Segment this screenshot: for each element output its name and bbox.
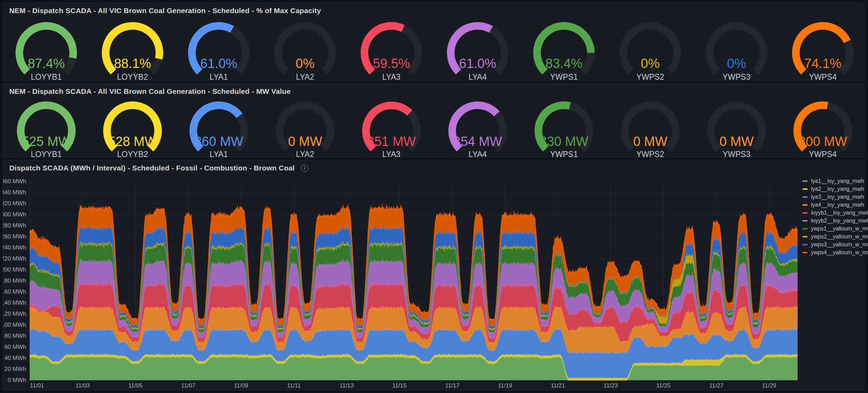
gauge-value: 61.0% — [200, 56, 237, 71]
gauge-value: 0 MW — [288, 134, 322, 149]
gauge-value: 0% — [296, 56, 315, 71]
legend-swatch — [802, 252, 808, 253]
gauge-lya2: 0%LYA2 — [262, 16, 348, 82]
gauge-label: LOYYB2 — [117, 150, 148, 159]
gauge-label: LYA3 — [382, 72, 401, 81]
legend-label: loyyb2__loy_yang_mwh — [811, 218, 868, 224]
legend-item-lya3__loy_yang_mwh[interactable]: lya3__loy_yang_mwh — [802, 193, 868, 201]
mw-gauge-row: 525 MWLOYYB1528 MWLOYYB2360 MWLYA10 MWLY… — [3, 96, 864, 160]
gauge-value: 354 MW — [453, 134, 502, 149]
gauge-label: LOYYB2 — [117, 72, 148, 81]
gauge-lya3: 59.5%LYA3 — [348, 16, 435, 82]
panel-mw-title[interactable]: NEM - Dispatch SCADA - All VIC Brown Coa… — [3, 84, 864, 96]
gauge-label: LOYYB1 — [31, 150, 62, 159]
gauge-value: 61.0% — [459, 56, 496, 71]
legend-label: lya3__loy_yang_mwh — [811, 194, 864, 200]
legend-swatch — [802, 236, 808, 237]
gauge-label: YWPS4 — [809, 150, 837, 159]
gauge-value: 0% — [727, 56, 746, 71]
panel-capacity-title[interactable]: NEM - Dispatch SCADA - All VIC Brown Coa… — [3, 3, 864, 15]
panel-chart-title-text: Dispatch SCADA (MWh / Interval) - Schedu… — [9, 164, 295, 172]
legend-swatch — [802, 220, 808, 222]
panel-timeseries: Dispatch SCADA (MWh / Interval) - Schedu… — [3, 160, 865, 390]
legend-swatch — [802, 212, 808, 214]
gauge-label: LOYYB1 — [31, 72, 62, 81]
legend-swatch — [802, 228, 808, 229]
panel-mw-gauges: NEM - Dispatch SCADA - All VIC Brown Coa… — [3, 83, 865, 157]
gauge-loyyb2: 88.1%LOYYB2 — [89, 16, 176, 82]
gauge-ywps2: 0%YWPS2 — [607, 16, 693, 82]
gauge-value: 0 MW — [719, 134, 753, 149]
legend-item-loyyb2__loy_yang_mwh[interactable]: loyyb2__loy_yang_mwh — [802, 217, 868, 225]
legend-label: lya2__loy_yang_mwh — [811, 186, 864, 192]
legend-item-ywps1__yallourn_w_mwh[interactable]: ywps1__yallourn_w_mwh — [802, 225, 868, 233]
gauge-value: 88.1% — [114, 56, 151, 71]
gauge-label: LYA3 — [382, 150, 401, 159]
gauge-label: LYA1 — [210, 72, 228, 81]
chart-legend: lya1__loy_yang_mwhlya2__loy_yang_mwhlya3… — [802, 177, 868, 256]
legend-item-ywps2__yallourn_w_mwh[interactable]: ywps2__yallourn_w_mwh — [802, 233, 868, 240]
gauge-label: LYA4 — [469, 72, 487, 81]
legend-swatch — [802, 196, 808, 198]
gauge-loyyb1: 525 MWLOYYB1 — [3, 97, 89, 160]
gauge-label: LYA2 — [296, 72, 314, 81]
legend-label: ywps3__yallourn_w_mwh — [811, 242, 868, 248]
legend-item-lya2__loy_yang_mwh[interactable]: lya2__loy_yang_mwh — [802, 185, 868, 193]
legend-label: ywps4__yallourn_w_mwh — [811, 249, 868, 256]
gauge-ywps3: 0%YWPS3 — [693, 16, 780, 82]
gauge-lya4: 354 MWLYA4 — [435, 97, 521, 160]
legend-swatch — [802, 188, 808, 190]
legend-label: lya4__loy_yang_mwh — [811, 202, 864, 208]
gauge-loyyb1: 87.4%LOYYB1 — [3, 16, 89, 82]
gauge-value: 360 MW — [194, 134, 243, 149]
gauge-label: YWPS1 — [550, 150, 578, 159]
panel-capacity-gauges: NEM - Dispatch SCADA - All VIC Brown Coa… — [3, 3, 865, 81]
legend-label: ywps1__yallourn_w_mwh — [811, 226, 868, 232]
gauge-lya4: 61.0%LYA4 — [435, 16, 521, 82]
panel-mw-title-text: NEM - Dispatch SCADA - All VIC Brown Coa… — [9, 87, 291, 96]
gauge-label: YWPS4 — [809, 72, 837, 81]
legend-swatch — [802, 244, 808, 245]
legend-item-ywps3__yallourn_w_mwh[interactable]: ywps3__yallourn_w_mwh — [802, 240, 868, 248]
gauge-lya1: 61.0%LYA1 — [176, 16, 262, 82]
gauge-value: 87.4% — [28, 56, 65, 71]
legend-label: loyyb1__loy_yang_mwh — [811, 210, 868, 216]
gauge-label: LYA4 — [469, 150, 487, 159]
gauge-label: YWPS2 — [636, 150, 664, 159]
info-icon[interactable]: i — [301, 165, 308, 172]
timeseries-chart[interactable] — [3, 173, 865, 390]
gauge-value: 330 MW — [539, 134, 588, 149]
gauge-label: YWPS3 — [723, 72, 751, 81]
gauge-label: LYA2 — [296, 150, 314, 159]
gauge-ywps3: 0 MWYWPS3 — [693, 97, 780, 160]
legend-item-loyyb1__loy_yang_mwh[interactable]: loyyb1__loy_yang_mwh — [802, 209, 868, 217]
legend-item-lya4__loy_yang_mwh[interactable]: lya4__loy_yang_mwh — [802, 201, 868, 209]
gauge-value: 74.1% — [804, 56, 841, 71]
gauge-value: 528 MW — [108, 134, 157, 149]
gauge-ywps1: 83.4%YWPS1 — [521, 16, 607, 82]
gauge-label: LYA1 — [210, 150, 228, 159]
gauge-ywps4: 74.1%YWPS4 — [780, 16, 866, 82]
legend-item-ywps4__yallourn_w_mwh[interactable]: ywps4__yallourn_w_mwh — [802, 248, 868, 256]
gauge-ywps4: 300 MWYWPS4 — [780, 97, 866, 160]
gauge-loyyb2: 528 MWLOYYB2 — [89, 97, 176, 160]
legend-item-lya1__loy_yang_mwh[interactable]: lya1__loy_yang_mwh — [802, 177, 868, 185]
legend-label: lya1__loy_yang_mwh — [811, 178, 864, 184]
gauge-value: 0 MW — [633, 134, 667, 149]
gauge-lya2: 0 MWLYA2 — [262, 97, 348, 160]
legend-label: ywps2__yallourn_w_mwh — [811, 234, 868, 240]
grafana-dashboard: NEM - Dispatch SCADA - All VIC Brown Coa… — [0, 0, 868, 393]
gauge-value: 300 MW — [798, 134, 847, 149]
gauge-lya3: 351 MWLYA3 — [348, 97, 435, 160]
legend-swatch — [802, 204, 808, 206]
gauge-value: 525 MW — [22, 134, 71, 149]
gauge-value: 0% — [641, 56, 660, 71]
gauge-label: YWPS2 — [636, 72, 664, 81]
gauge-ywps2: 0 MWYWPS2 — [607, 97, 693, 160]
panel-chart-title[interactable]: Dispatch SCADA (MWh / Interval) - Schedu… — [3, 160, 864, 172]
capacity-gauge-row: 87.4%LOYYB188.1%LOYYB261.0%LYA10%LYA259.… — [3, 15, 864, 82]
panel-capacity-title-text: NEM - Dispatch SCADA - All VIC Brown Coa… — [9, 7, 321, 15]
legend-swatch — [802, 180, 808, 182]
gauge-value: 59.5% — [373, 56, 410, 71]
gauge-lya1: 360 MWLYA1 — [176, 97, 262, 160]
